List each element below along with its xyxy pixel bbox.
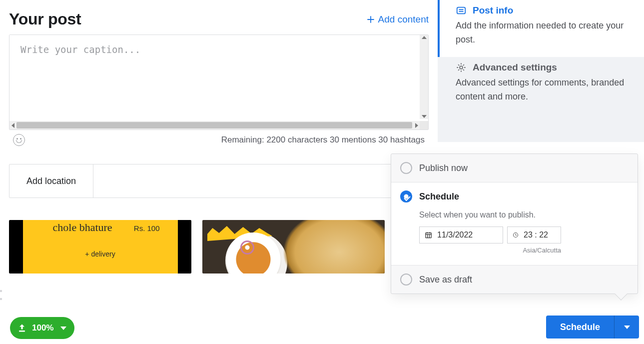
main-content-scroll[interactable]: Your post Add content (0, 0, 438, 280)
media-thumbnail[interactable] (202, 220, 385, 274)
option-save-draft[interactable]: Save as draft (391, 265, 638, 294)
schedule-button-label: Schedule (560, 322, 600, 332)
option-publish-now[interactable]: Publish now (391, 154, 638, 182)
option-schedule[interactable]: Schedule (391, 182, 638, 210)
location-row: Add location (9, 164, 429, 198)
window-notch (0, 298, 2, 300)
side-panel-scroll[interactable]: Post info Add the information needed to … (438, 0, 644, 142)
side-section-title: Post info (473, 5, 513, 16)
chevron-down-icon (60, 326, 66, 330)
upload-percent: 100% (32, 323, 53, 333)
date-field[interactable] (419, 226, 503, 244)
scroll-right-icon (415, 123, 418, 128)
calendar-icon (425, 230, 432, 240)
schedule-button[interactable]: Schedule (546, 316, 614, 338)
caption-vertical-scrollbar[interactable] (420, 35, 428, 119)
side-section-desc: Add the information needed to create you… (456, 19, 635, 47)
plus-icon (366, 15, 375, 24)
svg-rect-2 (457, 8, 466, 14)
date-input[interactable] (436, 230, 498, 240)
gear-icon (456, 62, 467, 73)
emoji-picker-button[interactable] (13, 134, 25, 146)
location-field[interactable] (93, 164, 428, 198)
timezone-label: Asia/Calcutta (419, 246, 561, 254)
side-section-post-info[interactable]: Post info Add the information needed to … (438, 0, 644, 57)
scrollbar-corner (420, 121, 428, 130)
svg-rect-15 (19, 330, 25, 332)
bottom-action-bar: Schedule (0, 310, 644, 344)
clock-icon (513, 231, 519, 239)
caption-horizontal-scrollbar[interactable] (9, 121, 428, 130)
schedule-body: Select when you want to publish. Asia/Ca… (391, 210, 638, 265)
svg-point-5 (460, 66, 463, 69)
radio-unchecked-icon (400, 274, 412, 286)
side-section-advanced-settings[interactable]: Advanced settings Advanced settings for … (438, 57, 644, 114)
svg-rect-6 (426, 233, 431, 238)
chevron-down-icon (624, 326, 630, 329)
scroll-left-icon (11, 123, 14, 128)
caption-textarea[interactable] (9, 35, 419, 119)
decorative-onion (240, 240, 254, 254)
add-location-label: Add location (26, 176, 76, 186)
scroll-up-icon (422, 36, 427, 39)
scroll-down-icon (422, 115, 427, 118)
upload-icon (17, 323, 27, 333)
time-input[interactable] (523, 230, 556, 240)
radio-checked-icon (400, 190, 412, 202)
option-label: Save as draft (419, 274, 472, 285)
page-title: Your post (9, 10, 81, 28)
schedule-button-dropdown[interactable] (614, 316, 639, 338)
schedule-hint: Select when you want to publish. (419, 210, 629, 220)
scrollbar-thumb[interactable] (16, 122, 412, 128)
media-attachments: chole bhature Rs. 100 + delivery (9, 220, 429, 274)
media-text-delivery: + delivery (23, 250, 178, 258)
option-label: Publish now (419, 163, 468, 174)
media-text-price: Rs. 100 (134, 224, 160, 232)
caption-editor (9, 34, 429, 130)
option-label: Schedule (419, 192, 459, 202)
add-content-button[interactable]: Add content (366, 14, 429, 25)
character-counter: Remaining: 2200 characters 30 mentions 3… (221, 135, 425, 145)
time-field[interactable] (507, 226, 561, 244)
media-text-dish: chole bhature (53, 221, 112, 234)
schedule-popover: Publish now Schedule Select when you wan… (391, 154, 638, 294)
window-notch (0, 290, 2, 292)
media-thumbnail[interactable]: chole bhature Rs. 100 + delivery (9, 220, 191, 274)
schedule-split-button: Schedule (546, 316, 639, 338)
side-section-desc: Advanced settings for comments, branded … (456, 76, 635, 104)
post-info-icon (456, 5, 467, 16)
upload-progress-pill[interactable]: 100% (10, 317, 74, 339)
add-content-label: Add content (378, 14, 429, 25)
radio-unchecked-icon (400, 162, 412, 174)
side-section-title: Advanced settings (473, 62, 557, 73)
svg-line-14 (516, 235, 517, 236)
add-location-button[interactable]: Add location (9, 164, 93, 198)
